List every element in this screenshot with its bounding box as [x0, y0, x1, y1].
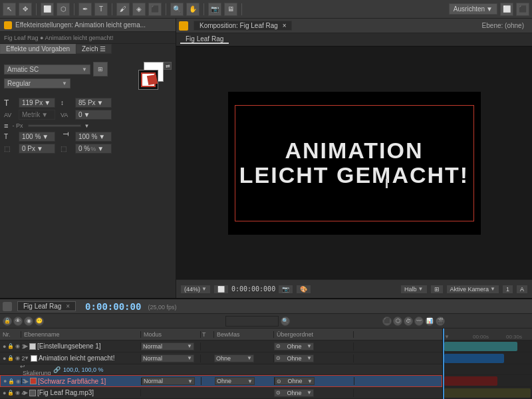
- tool-move[interactable]: ✥: [19, 3, 32, 16]
- tool-zoom[interactable]: 🔍: [170, 3, 184, 16]
- layer-row-3[interactable]: ● 🔒 ◉ 3 ▶ [Schwarz Farbfläche 1] Normal …: [0, 375, 442, 387]
- tool-pen[interactable]: ✒: [78, 3, 92, 16]
- ausrichten-button[interactable]: Ausrichten ▼: [449, 3, 497, 15]
- tsume-field[interactable]: 0 % % ▼: [75, 144, 112, 154]
- timeline-search[interactable]: [225, 316, 279, 327]
- layer-2-modus[interactable]: Normal ▼: [141, 354, 201, 362]
- tool-stamp[interactable]: ◈: [132, 3, 146, 16]
- layer-1-tri[interactable]: ▶: [24, 343, 28, 349]
- layer-4-uebergeordnet[interactable]: ⊙ Ohne ▼: [274, 389, 354, 397]
- tool-extra2[interactable]: ⬛: [516, 3, 529, 16]
- zoom-display[interactable]: (44%) ▼: [180, 285, 211, 294]
- tool-brush[interactable]: 🖌: [116, 3, 130, 16]
- eye-3[interactable]: ●: [3, 378, 7, 384]
- tracking-field[interactable]: Metrik ▼: [19, 110, 55, 120]
- kerning-field[interactable]: 0 ▼: [75, 110, 112, 120]
- tab-effekte[interactable]: Effekte und Vorgaben: [0, 44, 76, 54]
- uebergeordnet-2-dropdown[interactable]: ⊙ Ohne ▼: [274, 354, 314, 362]
- solo-4[interactable]: ◉: [15, 390, 20, 396]
- tl-composition-btn[interactable]: ⬛: [382, 317, 392, 326]
- font-dropdown[interactable]: Amatic SC ▼: [4, 65, 90, 74]
- layer-3-name[interactable]: ▶ [Schwarz Farbfläche 1]: [22, 378, 142, 385]
- tool-camera[interactable]: 📷: [208, 3, 221, 16]
- layer-4-name[interactable]: ▶ [Fig Leaf Rag.mp3]: [21, 389, 141, 396]
- grid-btn[interactable]: ⊞: [430, 285, 444, 294]
- preview-tab-close[interactable]: ×: [283, 22, 287, 29]
- layer-2-bewmas[interactable]: Ohne ▼: [214, 354, 274, 362]
- modus-3-dropdown[interactable]: Normal ▼: [142, 377, 195, 385]
- quality-dropdown[interactable]: Halb ▼: [400, 285, 427, 294]
- layer-2-tri[interactable]: ▼: [24, 355, 29, 361]
- tl-search-icon[interactable]: 🔍: [281, 317, 290, 326]
- uebergeordnet-1-dropdown[interactable]: ⊙ Ohne ▼: [274, 342, 314, 350]
- layer-3-bewmas[interactable]: Ohne ▼: [215, 377, 275, 385]
- timeline-playhead[interactable]: [443, 329, 444, 399]
- tl-time-btn[interactable]: ⏱: [404, 317, 413, 326]
- eye-2[interactable]: ●: [3, 355, 6, 362]
- timeline-tab[interactable]: Fig Leaf Rag ×: [17, 301, 76, 311]
- style-dropdown[interactable]: Regular ▼: [4, 78, 70, 88]
- view-options[interactable]: 1: [502, 285, 513, 294]
- uebergeordnet-3-dropdown[interactable]: ⊙ Ohne ▼: [275, 377, 315, 385]
- tool-extra1[interactable]: ⬜: [500, 3, 513, 16]
- baseline-field[interactable]: 0 Px ▼: [19, 144, 55, 154]
- tl-motion-btn[interactable]: 〰: [414, 317, 424, 326]
- camera-btn[interactable]: Aktive Kamera ▼: [446, 285, 499, 294]
- layer-4-tri[interactable]: ▶: [24, 390, 28, 396]
- layer-3-uebergeordnet[interactable]: ⊙ Ohne ▼: [275, 377, 354, 385]
- bewmas-3-dropdown[interactable]: Ohne ▼: [215, 377, 255, 385]
- tl-graph-btn[interactable]: 📊: [425, 317, 434, 326]
- font-size-field[interactable]: 119 Px ▼: [19, 98, 55, 108]
- tab-zeich[interactable]: Zeich ☰: [76, 44, 112, 54]
- tool-hand[interactable]: ✋: [186, 3, 200, 16]
- scale-h-field[interactable]: 100 % ▼: [19, 132, 55, 142]
- track-1-bar[interactable]: [444, 342, 517, 351]
- eye-4[interactable]: ●: [3, 390, 6, 396]
- view-more[interactable]: A: [516, 285, 528, 294]
- track-2-bar[interactable]: [444, 354, 504, 363]
- tl-eye-btn[interactable]: 👁: [13, 317, 23, 326]
- tool-monitor[interactable]: 🖥: [224, 3, 237, 16]
- layer-3-modus[interactable]: Normal ▼: [142, 377, 201, 385]
- tool-eraser[interactable]: ⬛: [148, 3, 162, 16]
- modus-2-dropdown[interactable]: Normal ▼: [141, 354, 194, 362]
- resize-btn[interactable]: ⬜: [213, 285, 229, 294]
- camera-settings[interactable]: 📷: [278, 285, 293, 294]
- layer-2-uebergeordnet[interactable]: ⊙ Ohne ▼: [274, 354, 354, 362]
- layer-row-4[interactable]: ● 🔒 ◉ 4 ▶ [Fig Leaf Rag.mp3] ⊙ Ohne: [0, 387, 442, 399]
- layer-2-name[interactable]: ▼ Animation leicht gemacht!: [21, 354, 141, 362]
- tl-shy-btn[interactable]: 😶: [35, 317, 44, 326]
- indent-field[interactable]: [28, 124, 81, 127]
- lock-1[interactable]: 🔒: [7, 343, 14, 349]
- tl-draft-btn[interactable]: ⬡: [393, 317, 402, 326]
- bewmas-2-dropdown[interactable]: Ohne ▼: [214, 354, 254, 362]
- tl-render-btn[interactable]: 🎬: [436, 317, 445, 326]
- eye-1[interactable]: ●: [3, 343, 6, 350]
- stroke-color-box[interactable]: [138, 70, 158, 90]
- layer-row-2[interactable]: ● 🔒 ◉ 2 ▼ Animation leicht gemacht! Norm…: [0, 352, 442, 364]
- layer-1-modus[interactable]: Normal ▼: [141, 342, 201, 350]
- line-height-field[interactable]: 85 Px ▼: [75, 98, 112, 108]
- tab-komposition[interactable]: Komposition: Fig Leaf Rag ×: [194, 21, 292, 31]
- layer-3-tri[interactable]: ▶: [25, 378, 29, 384]
- tl-solo-btn[interactable]: ◉: [24, 317, 33, 326]
- modus-1-dropdown[interactable]: Normal ▼: [141, 342, 194, 350]
- uebergeordnet-4-dropdown[interactable]: ⊙ Ohne ▼: [274, 389, 314, 397]
- track-3-bar[interactable]: [444, 376, 497, 386]
- subtab-figleafrag[interactable]: Fig Leaf Rag: [180, 35, 229, 44]
- solo-2[interactable]: ◉: [15, 355, 20, 361]
- layer-1-uebergeordnet[interactable]: ⊙ Ohne ▼: [274, 342, 354, 350]
- solo-3[interactable]: ◉: [16, 378, 21, 384]
- tool-select[interactable]: ⬜: [41, 3, 54, 16]
- lock-3[interactable]: 🔒: [8, 378, 15, 384]
- tool-lasso[interactable]: ⬡: [57, 3, 70, 16]
- tool-arrow[interactable]: ↖: [3, 3, 16, 16]
- tl-lock-btn[interactable]: 🔒: [3, 317, 12, 326]
- scale-v-field[interactable]: 100 % ▼: [75, 132, 112, 142]
- lock-4[interactable]: 🔒: [7, 390, 14, 396]
- layer-1-name[interactable]: ▶ [Einstellungsebene 1]: [21, 342, 141, 350]
- track-4-bar[interactable]: [444, 388, 531, 398]
- font-browse-btn[interactable]: ⊞: [93, 62, 108, 76]
- tool-text[interactable]: T: [94, 3, 108, 16]
- lock-2[interactable]: 🔒: [7, 355, 14, 361]
